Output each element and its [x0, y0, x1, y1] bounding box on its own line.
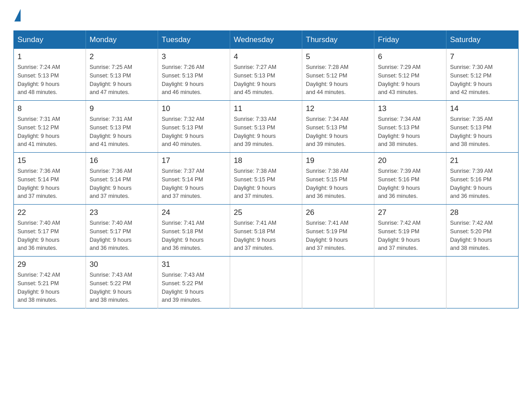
calendar-cell: 26Sunrise: 7:41 AMSunset: 5:19 PMDayligh…: [302, 205, 374, 257]
day-number: 11: [234, 104, 298, 113]
calendar-week-row: 22Sunrise: 7:40 AMSunset: 5:17 PMDayligh…: [14, 205, 519, 257]
calendar-week-row: 1Sunrise: 7:24 AMSunset: 5:13 PMDaylight…: [14, 49, 519, 101]
day-sun-info: Sunrise: 7:32 AMSunset: 5:13 PMDaylight:…: [162, 115, 226, 149]
calendar-cell: 2Sunrise: 7:25 AMSunset: 5:13 PMDaylight…: [86, 49, 158, 101]
calendar-cell: 28Sunrise: 7:42 AMSunset: 5:20 PMDayligh…: [446, 205, 519, 257]
calendar-cell: 14Sunrise: 7:35 AMSunset: 5:13 PMDayligh…: [446, 101, 519, 153]
calendar-cell: 10Sunrise: 7:32 AMSunset: 5:13 PMDayligh…: [158, 101, 230, 153]
calendar-cell: 4Sunrise: 7:27 AMSunset: 5:13 PMDaylight…: [230, 49, 302, 101]
day-sun-info: Sunrise: 7:34 AMSunset: 5:13 PMDaylight:…: [306, 115, 370, 149]
calendar-cell: 25Sunrise: 7:41 AMSunset: 5:18 PMDayligh…: [230, 205, 302, 257]
calendar-cell: 5Sunrise: 7:28 AMSunset: 5:12 PMDaylight…: [302, 49, 374, 101]
calendar-cell: [446, 257, 519, 308]
calendar-cell: 6Sunrise: 7:29 AMSunset: 5:12 PMDaylight…: [374, 49, 446, 101]
calendar-cell: 24Sunrise: 7:41 AMSunset: 5:18 PMDayligh…: [158, 205, 230, 257]
calendar-header-row: SundayMondayTuesdayWednesdayThursdayFrid…: [14, 31, 519, 49]
day-sun-info: Sunrise: 7:43 AMSunset: 5:22 PMDaylight:…: [162, 271, 226, 304]
day-number: 8: [17, 104, 82, 113]
calendar-cell: 27Sunrise: 7:42 AMSunset: 5:19 PMDayligh…: [374, 205, 446, 257]
day-sun-info: Sunrise: 7:29 AMSunset: 5:12 PMDaylight:…: [378, 63, 442, 97]
calendar-cell: 3Sunrise: 7:26 AMSunset: 5:13 PMDaylight…: [158, 49, 230, 101]
calendar-cell: 23Sunrise: 7:40 AMSunset: 5:17 PMDayligh…: [86, 205, 158, 257]
day-number: 7: [450, 52, 515, 61]
day-sun-info: Sunrise: 7:30 AMSunset: 5:12 PMDaylight:…: [450, 63, 515, 97]
calendar-cell: [302, 257, 374, 308]
day-sun-info: Sunrise: 7:42 AMSunset: 5:21 PMDaylight:…: [17, 271, 82, 304]
day-sun-info: Sunrise: 7:33 AMSunset: 5:13 PMDaylight:…: [234, 115, 298, 149]
calendar-cell: 7Sunrise: 7:30 AMSunset: 5:12 PMDaylight…: [446, 49, 519, 101]
day-sun-info: Sunrise: 7:28 AMSunset: 5:12 PMDaylight:…: [306, 63, 370, 97]
day-number: 10: [162, 104, 226, 113]
calendar-week-row: 15Sunrise: 7:36 AMSunset: 5:14 PMDayligh…: [14, 153, 519, 205]
day-number: 15: [17, 156, 82, 165]
calendar-cell: 31Sunrise: 7:43 AMSunset: 5:22 PMDayligh…: [158, 257, 230, 308]
day-sun-info: Sunrise: 7:41 AMSunset: 5:18 PMDaylight:…: [234, 219, 298, 253]
calendar-cell: 12Sunrise: 7:34 AMSunset: 5:13 PMDayligh…: [302, 101, 374, 153]
page-header: [13, 9, 519, 21]
day-number: 27: [378, 208, 442, 217]
day-sun-info: Sunrise: 7:41 AMSunset: 5:19 PMDaylight:…: [306, 219, 370, 253]
calendar-cell: 15Sunrise: 7:36 AMSunset: 5:14 PMDayligh…: [14, 153, 86, 205]
calendar-cell: 13Sunrise: 7:34 AMSunset: 5:13 PMDayligh…: [374, 101, 446, 153]
day-sun-info: Sunrise: 7:42 AMSunset: 5:20 PMDaylight:…: [450, 219, 515, 253]
calendar-cell: 8Sunrise: 7:31 AMSunset: 5:12 PMDaylight…: [14, 101, 86, 153]
calendar-cell: 19Sunrise: 7:38 AMSunset: 5:15 PMDayligh…: [302, 153, 374, 205]
day-of-week-header: Friday: [374, 31, 446, 49]
calendar-cell: 22Sunrise: 7:40 AMSunset: 5:17 PMDayligh…: [14, 205, 86, 257]
day-number: 12: [306, 104, 370, 113]
day-number: 21: [450, 156, 515, 165]
calendar-cell: 17Sunrise: 7:37 AMSunset: 5:14 PMDayligh…: [158, 153, 230, 205]
day-sun-info: Sunrise: 7:36 AMSunset: 5:14 PMDaylight:…: [90, 167, 154, 201]
calendar-cell: 16Sunrise: 7:36 AMSunset: 5:14 PMDayligh…: [86, 153, 158, 205]
day-number: 5: [306, 52, 370, 61]
day-of-week-header: Wednesday: [230, 31, 302, 49]
calendar-cell: 21Sunrise: 7:39 AMSunset: 5:16 PMDayligh…: [446, 153, 519, 205]
day-sun-info: Sunrise: 7:40 AMSunset: 5:17 PMDaylight:…: [90, 219, 154, 253]
day-number: 4: [234, 52, 298, 61]
day-sun-info: Sunrise: 7:38 AMSunset: 5:15 PMDaylight:…: [234, 167, 298, 201]
day-number: 28: [450, 208, 515, 217]
day-number: 14: [450, 104, 515, 113]
day-number: 25: [234, 208, 298, 217]
day-number: 17: [162, 156, 226, 165]
day-number: 22: [17, 208, 82, 217]
day-sun-info: Sunrise: 7:31 AMSunset: 5:13 PMDaylight:…: [90, 115, 154, 149]
calendar-cell: 30Sunrise: 7:43 AMSunset: 5:22 PMDayligh…: [86, 257, 158, 308]
day-number: 19: [306, 156, 370, 165]
calendar-cell: 9Sunrise: 7:31 AMSunset: 5:13 PMDaylight…: [86, 101, 158, 153]
day-sun-info: Sunrise: 7:36 AMSunset: 5:14 PMDaylight:…: [17, 167, 82, 201]
calendar-cell: [374, 257, 446, 308]
day-of-week-header: Saturday: [446, 31, 519, 49]
day-sun-info: Sunrise: 7:40 AMSunset: 5:17 PMDaylight:…: [17, 219, 82, 253]
day-sun-info: Sunrise: 7:27 AMSunset: 5:13 PMDaylight:…: [234, 63, 298, 97]
day-sun-info: Sunrise: 7:41 AMSunset: 5:18 PMDaylight:…: [162, 219, 226, 253]
calendar-cell: 11Sunrise: 7:33 AMSunset: 5:13 PMDayligh…: [230, 101, 302, 153]
day-sun-info: Sunrise: 7:37 AMSunset: 5:14 PMDaylight:…: [162, 167, 226, 201]
day-sun-info: Sunrise: 7:35 AMSunset: 5:13 PMDaylight:…: [450, 115, 515, 149]
day-sun-info: Sunrise: 7:39 AMSunset: 5:16 PMDaylight:…: [378, 167, 442, 201]
logo: [13, 9, 21, 21]
day-number: 26: [306, 208, 370, 217]
calendar-cell: [230, 257, 302, 308]
day-sun-info: Sunrise: 7:26 AMSunset: 5:13 PMDaylight:…: [162, 63, 226, 97]
day-number: 9: [90, 104, 154, 113]
day-sun-info: Sunrise: 7:43 AMSunset: 5:22 PMDaylight:…: [90, 271, 154, 304]
calendar-cell: 29Sunrise: 7:42 AMSunset: 5:21 PMDayligh…: [14, 257, 86, 308]
day-number: 23: [90, 208, 154, 217]
calendar-cell: 1Sunrise: 7:24 AMSunset: 5:13 PMDaylight…: [14, 49, 86, 101]
day-sun-info: Sunrise: 7:38 AMSunset: 5:15 PMDaylight:…: [306, 167, 370, 201]
day-of-week-header: Tuesday: [158, 31, 230, 49]
day-of-week-header: Thursday: [302, 31, 374, 49]
logo-triangle-icon: [14, 9, 21, 21]
day-number: 13: [378, 104, 442, 113]
calendar-week-row: 8Sunrise: 7:31 AMSunset: 5:12 PMDaylight…: [14, 101, 519, 153]
day-number: 18: [234, 156, 298, 165]
day-sun-info: Sunrise: 7:31 AMSunset: 5:12 PMDaylight:…: [17, 115, 82, 149]
day-number: 30: [90, 260, 154, 269]
day-number: 2: [90, 52, 154, 61]
day-of-week-header: Monday: [86, 31, 158, 49]
day-number: 31: [162, 260, 226, 269]
day-number: 20: [378, 156, 442, 165]
day-number: 24: [162, 208, 226, 217]
calendar-week-row: 29Sunrise: 7:42 AMSunset: 5:21 PMDayligh…: [14, 257, 519, 308]
